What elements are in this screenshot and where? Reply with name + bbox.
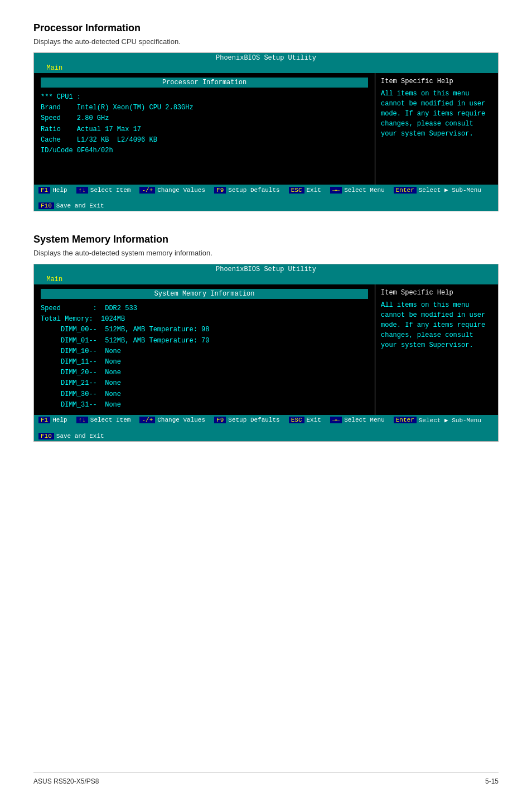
processor-panel-title: Processor Information [41, 78, 368, 88]
memory-footer-f10: F10 Save and Exit [38, 433, 104, 439]
processor-footer: F1 Help ↑↓ Select Item -/+ Change Values… [34, 185, 498, 211]
memory-footer: F1 Help ↑↓ Select Item -/+ Change Values… [34, 415, 498, 441]
footer-right: 5-15 [485, 777, 499, 785]
processor-desc: Displays the auto-detected CPU specifica… [33, 37, 499, 46]
memory-key-esc: ESC [289, 417, 304, 423]
processor-footer-arrows: ↑↓ Select Item [76, 186, 131, 194]
memory-key-f1: F1 [38, 417, 50, 423]
memory-footer-esc: ESC Exit [289, 417, 321, 424]
memory-key-enter: Enter [394, 417, 417, 423]
processor-main-panel: Processor Information *** CPU1 : Brand I… [34, 73, 375, 185]
processor-key-f10: F10 [38, 202, 54, 209]
processor-help-panel: Item Specific Help All items on this men… [375, 73, 498, 185]
processor-help-text: All items on this menu cannot be modifie… [381, 89, 492, 139]
processor-key-arrows: ↑↓ [76, 187, 88, 194]
memory-menu-bar: Main [34, 274, 498, 284]
memory-footer-f1: F1 Help [38, 417, 67, 424]
processor-key-esc: ESC [289, 187, 304, 194]
processor-footer-plus-minus: -/+ Change Values [139, 186, 205, 194]
processor-bios-body: Processor Information *** CPU1 : Brand I… [34, 73, 498, 185]
processor-footer-f9: F9 Setup Defaults [214, 186, 280, 194]
memory-content: Speed : DDR2 533 Total Memory: 1024MB DI… [41, 303, 368, 410]
processor-bios-screen: PhoenixBIOS Setup Utility Main Processor… [33, 52, 499, 211]
processor-key-lr: →← [330, 187, 342, 194]
memory-footer-enter: Enter Select ▶ Sub-Menu [394, 417, 481, 424]
memory-footer-f9: F9 Setup Defaults [214, 417, 280, 424]
memory-bios-title: PhoenixBIOS Setup Utility [34, 264, 498, 274]
memory-section: System Memory Information Displays the a… [33, 234, 499, 442]
memory-title: System Memory Information [33, 234, 499, 245]
memory-help-text: All items on this menu cannot be modifie… [381, 300, 492, 350]
memory-footer-lr-arrows: →← Select Menu [330, 417, 385, 424]
memory-key-f9: F9 [214, 417, 226, 423]
page-footer: ASUS RS520-X5/PS8 5-15 [33, 772, 499, 785]
processor-key-f1: F1 [38, 187, 50, 194]
processor-content: *** CPU1 : Brand Intel(R) Xeon(TM) CPU 2… [41, 92, 368, 156]
processor-footer-esc: ESC Exit [289, 186, 321, 194]
processor-section: Processor Information Displays the auto-… [33, 22, 499, 211]
processor-key-enter: Enter [394, 187, 417, 194]
processor-bios-title: PhoenixBIOS Setup Utility [34, 53, 498, 63]
memory-main-panel: System Memory Information Speed : DDR2 5… [34, 284, 375, 415]
processor-menu-bar: Main [34, 63, 498, 73]
processor-footer-lr-arrows: →← Select Menu [330, 186, 385, 194]
processor-key-f9: F9 [214, 187, 226, 194]
memory-menu-main: Main [46, 276, 62, 283]
processor-help-title: Item Specific Help [381, 78, 492, 85]
memory-bios-body: System Memory Information Speed : DDR2 5… [34, 284, 498, 415]
processor-key-plus-minus: -/+ [139, 187, 155, 194]
processor-footer-f1: F1 Help [38, 186, 67, 194]
memory-key-plus-minus: -/+ [139, 417, 155, 423]
memory-bios-screen: PhoenixBIOS Setup Utility Main System Me… [33, 264, 499, 442]
memory-panel-title: System Memory Information [41, 289, 368, 299]
processor-title: Processor Information [33, 22, 499, 34]
memory-help-title: Item Specific Help [381, 289, 492, 297]
processor-footer-enter: Enter Select ▶ Sub-Menu [394, 186, 481, 194]
processor-footer-f10: F10 Save and Exit [38, 202, 104, 209]
memory-footer-arrows: ↑↓ Select Item [76, 417, 131, 424]
memory-desc: Displays the auto-detected system memory… [33, 249, 499, 257]
footer-left: ASUS RS520-X5/PS8 [33, 777, 99, 785]
processor-menu-main: Main [46, 64, 62, 72]
memory-key-arrows: ↑↓ [76, 417, 88, 423]
memory-help-panel: Item Specific Help All items on this men… [375, 284, 498, 415]
memory-key-f10: F10 [38, 433, 54, 439]
memory-key-lr: →← [330, 417, 342, 423]
memory-footer-plus-minus: -/+ Change Values [139, 417, 205, 424]
